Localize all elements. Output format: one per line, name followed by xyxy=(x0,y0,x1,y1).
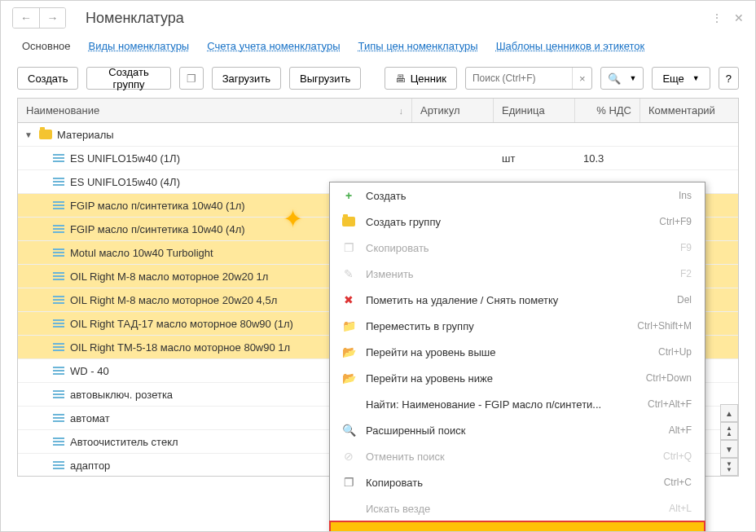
tab-types[interactable]: Виды номенклатуры xyxy=(89,40,190,52)
item-icon xyxy=(53,181,64,182)
context-menu-label: Создать группу xyxy=(366,216,659,228)
context-menu-item[interactable]: ❐КопироватьCtrl+C xyxy=(330,469,705,495)
toolbar: Создать Создать группу ❐ Загрузить Выгру… xyxy=(1,62,755,98)
more-label: Еще xyxy=(662,73,683,85)
table-row[interactable]: ES UNIFLO15w40 (1Л)шт10.3 xyxy=(18,147,738,170)
context-menu-item[interactable]: 📂Перейти на уровень вышеCtrl+Up xyxy=(330,339,705,365)
load-button[interactable]: Загрузить xyxy=(212,67,281,90)
pencil-icon: ✎ xyxy=(340,267,358,280)
context-menu-label: Изменить xyxy=(366,268,680,280)
item-icon xyxy=(53,228,64,230)
copy-item-button[interactable]: ❐ xyxy=(179,67,204,90)
context-menu-item[interactable]: ✖Пометить на удаление / Снять пометкуDel xyxy=(330,287,705,313)
search-input[interactable] xyxy=(466,69,572,87)
context-menu-item[interactable]: Создать группуCtrl+F9 xyxy=(330,209,705,235)
mag-icon: 🔍 xyxy=(340,424,358,437)
cell-vat: 10.3 xyxy=(575,147,640,169)
context-menu-shortcut: Ctrl+Up xyxy=(658,346,692,358)
tab-main[interactable]: Основное xyxy=(22,40,71,52)
search-dropdown-button[interactable]: 🔍▼ xyxy=(600,67,644,90)
item-icon xyxy=(53,299,64,301)
chevron-down-icon: ▼ xyxy=(692,74,700,82)
create-group-button[interactable]: Создать группу xyxy=(86,67,170,90)
context-menu-item[interactable]: 📂Перейти на уровень нижеCtrl+Down xyxy=(330,365,705,391)
scroll-down2-button[interactable]: ▼▼ xyxy=(720,458,738,476)
context-menu-item[interactable]: 🔍Расширенный поискAlt+F xyxy=(330,417,705,443)
context-menu-shortcut: Ctrl+Down xyxy=(646,372,692,384)
price-tag-button[interactable]: 🖶Ценник xyxy=(385,67,457,90)
context-menu-label: Изменить выделенные... xyxy=(366,529,692,533)
title-actions: ⋮ ✕ xyxy=(711,11,744,24)
tab-accounts[interactable]: Счета учета номенклатуры xyxy=(207,40,340,52)
forward-button[interactable]: → xyxy=(39,8,65,28)
item-icon xyxy=(53,252,64,253)
context-menu-label: Переместить в группу xyxy=(366,320,637,332)
plus-icon: + xyxy=(340,189,358,202)
search-clear-icon[interactable]: × xyxy=(572,68,592,89)
context-menu-item[interactable]: +СоздатьIns xyxy=(330,182,705,209)
context-menu-shortcut: Del xyxy=(677,294,692,306)
row-label: WD - 40 xyxy=(70,365,109,377)
printer-icon: 🖶 xyxy=(395,73,406,85)
context-menu-shortcut: Alt+F xyxy=(669,424,692,436)
context-menu-label: Найти: Наименование - FGIP масло п/синте… xyxy=(366,398,648,411)
close-icon[interactable]: ✕ xyxy=(734,11,744,24)
context-menu-item[interactable]: Найти: Наименование - FGIP масло п/синте… xyxy=(330,391,705,417)
item-icon xyxy=(53,204,64,206)
context-menu-shortcut: Ctrl+C xyxy=(664,477,692,488)
col-name[interactable]: Наименование↓ xyxy=(18,99,412,122)
unload-button[interactable]: Выгрузить xyxy=(289,67,361,90)
trash-icon: ✖ xyxy=(340,293,358,306)
create-button[interactable]: Создать xyxy=(17,67,78,90)
context-menu-item: Искать вездеAlt+L xyxy=(330,495,705,521)
context-menu-item[interactable]: Изменить выделенные... xyxy=(330,521,705,532)
col-article[interactable]: Артикул xyxy=(412,99,494,122)
tab-templates[interactable]: Шаблоны ценников и этикеток xyxy=(496,40,645,52)
cell-comment xyxy=(640,147,738,169)
context-menu-item: ❐СкопироватьF9 xyxy=(330,235,705,261)
col-comment[interactable]: Комментарий xyxy=(640,99,738,122)
row-label: автовыключ. розетка xyxy=(70,389,173,401)
row-label: FGIP масло п/синтетика 10w40 (4л) xyxy=(70,223,245,235)
help-button[interactable]: ? xyxy=(719,67,739,90)
folder-icon xyxy=(39,130,52,139)
search-box: × xyxy=(465,67,593,90)
folder-plus-icon xyxy=(340,217,358,226)
menu-dots-icon[interactable]: ⋮ xyxy=(711,11,723,24)
context-menu-item: ⊘Отменить поискCtrl+Q xyxy=(330,443,705,469)
row-label: ES UNIFLO15w40 (4Л) xyxy=(70,176,180,188)
row-label: OIL Right ТМ-5-18 масло моторное 80w90 1… xyxy=(70,341,290,354)
row-label: адаптор xyxy=(70,459,110,472)
col-vat[interactable]: % НДС xyxy=(575,99,640,122)
copy-icon: ❐ xyxy=(340,241,358,254)
context-menu-label: Перейти на уровень ниже xyxy=(366,372,646,385)
cancel-icon: ⊘ xyxy=(340,450,358,463)
tab-price-types[interactable]: Типы цен номенклатуры xyxy=(358,40,478,52)
cell-name: ES UNIFLO15w40 (1Л) xyxy=(18,147,412,169)
context-menu-item[interactable]: 📁Переместить в группуCtrl+Shift+M xyxy=(330,313,705,339)
row-label: Motul масло 10w40 Turbolight xyxy=(70,247,213,259)
context-menu-shortcut: F2 xyxy=(680,268,692,279)
scroll-down-button[interactable]: ▼ xyxy=(720,440,738,458)
cell-art xyxy=(412,147,494,169)
back-button[interactable]: ← xyxy=(13,8,39,28)
pages-icon: ❐ xyxy=(340,476,358,489)
context-menu-label: Создать xyxy=(366,190,679,202)
context-menu-label: Перейти на уровень выше xyxy=(366,346,658,358)
item-icon xyxy=(53,370,64,372)
item-icon xyxy=(53,157,64,159)
magnifier-icon: 🔍 xyxy=(608,73,621,85)
context-menu-shortcut: Ctrl+F9 xyxy=(659,216,692,227)
more-button[interactable]: Еще▼ xyxy=(652,67,710,90)
context-menu-shortcut: Ctrl+Alt+F xyxy=(648,398,692,410)
item-icon xyxy=(53,417,64,419)
chevron-down-icon: ▼ xyxy=(629,74,636,82)
col-unit[interactable]: Единица xyxy=(494,99,575,122)
row-label: OIL Right М-8 масло моторное 20w20 1л xyxy=(70,270,268,283)
scroll-up-button[interactable]: ▲ xyxy=(720,404,738,422)
table-row[interactable]: ▼Материалы xyxy=(18,123,738,147)
scroll-up2-button[interactable]: ▲▲ xyxy=(720,422,738,440)
row-label: Автоочиститель стекл xyxy=(70,436,178,448)
move-icon: 📁 xyxy=(340,319,358,332)
tree-toggle-icon[interactable]: ▼ xyxy=(24,130,34,139)
